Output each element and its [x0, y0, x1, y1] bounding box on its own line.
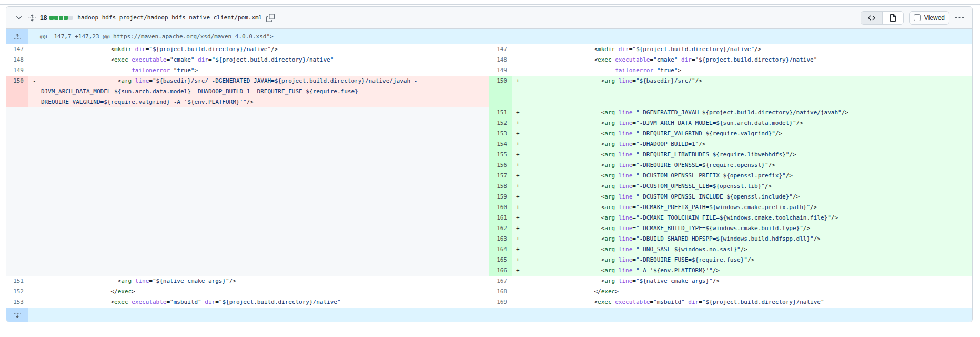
line-number[interactable]: 160 — [489, 202, 512, 213]
code-line: + <arg line="-DREQUIRE_LIBWEBHDFS=${requ… — [512, 150, 972, 160]
diff-cell-right-162: 162+ <arg line="-DCMAKE_BUILD_TYPE=${win… — [489, 223, 972, 234]
diff-cell-right-164: 164+ <arg line="-DNO_SASL=${windows.no.s… — [489, 244, 972, 255]
line-number[interactable]: 151 — [6, 276, 28, 286]
line-number[interactable]: 167 — [489, 276, 512, 286]
diff-cell-right-166: 166+ <arg line="-A '${env.PLATFORM}'"/> — [489, 265, 972, 276]
diff-marker: + — [516, 181, 520, 192]
line-number[interactable]: 166 — [489, 265, 512, 276]
line-number[interactable]: 169 — [489, 297, 512, 308]
diff-cell-right-168: 168 </exec> — [489, 286, 972, 297]
expand-down-row — [6, 308, 972, 322]
diff-cell-left-empty — [6, 181, 489, 192]
diff-cell-left-empty — [6, 139, 489, 150]
line-number[interactable]: 153 — [6, 297, 28, 308]
diff-cell-left-empty — [6, 265, 489, 276]
diff-row: 153+ <arg line="-DREQUIRE_VALGRIND=${req… — [6, 128, 972, 139]
line-number[interactable]: 158 — [489, 181, 512, 192]
code-line: + <arg line="-DHADOOP_BUILD=1"/> — [512, 139, 972, 150]
line-number[interactable]: 152 — [489, 118, 512, 128]
viewed-toggle-button[interactable]: Viewed — [909, 11, 949, 25]
file-options-button[interactable] — [955, 14, 964, 22]
diff-marker: + — [516, 265, 520, 276]
source-view-button[interactable] — [861, 12, 882, 24]
line-number[interactable]: 155 — [489, 150, 512, 160]
diff-cell-right-152: 152+ <arg line="-DJVM_ARCH_DATA_MODEL=${… — [489, 118, 972, 128]
code-line: + <arg line="-DJVM_ARCH_DATA_MODEL=${sun… — [512, 118, 972, 128]
viewed-checkbox[interactable] — [914, 14, 921, 21]
diff-row: 160+ <arg line="-DCMAKE_PREFIX_PATH=${wi… — [6, 202, 972, 213]
hunk-header-row: @@ -147,7 +147,23 @@ https://maven.apach… — [6, 29, 972, 44]
line-number[interactable]: 156 — [489, 160, 512, 171]
line-number[interactable]: 151 — [489, 107, 512, 118]
code-line: + <arg line="-DCUSTOM_OPENSSL_PREFIX=${o… — [512, 171, 972, 181]
line-number[interactable]: 162 — [489, 223, 512, 234]
code-line: <arg line="${native_cmake_args}"/> — [28, 276, 489, 286]
line-number[interactable]: 157 — [489, 171, 512, 181]
line-number[interactable]: 150 — [6, 76, 28, 107]
fold-up-icon — [14, 33, 21, 41]
diffstat-square-add — [59, 16, 63, 20]
collapse-file-button[interactable] — [15, 14, 23, 22]
diff-cell-right-169: 169 <exec executable="msbuild" dir="${pr… — [489, 297, 972, 308]
kebab-horizontal-icon — [955, 14, 964, 22]
diff-row: 164+ <arg line="-DNO_SASL=${windows.no.s… — [6, 244, 972, 255]
diff-cell-left-empty — [6, 171, 489, 181]
diff-cell-right-167: 167 <arg line="${native_cmake_args}"/> — [489, 276, 972, 286]
diff-row: 158+ <arg line="-DCUSTOM_OPENSSL_LIB=${o… — [6, 181, 972, 192]
line-number[interactable]: 161 — [489, 213, 512, 223]
line-number[interactable]: 150 — [489, 76, 512, 107]
line-number[interactable]: 165 — [489, 255, 512, 265]
line-number[interactable]: 149 — [489, 65, 512, 76]
diff-marker: + — [516, 150, 520, 160]
line-number[interactable]: 152 — [6, 286, 28, 297]
diff-cell-left-empty — [6, 128, 489, 139]
code-line: failonerror="true"> — [512, 65, 972, 76]
diff-marker: - — [33, 76, 36, 86]
diffstat-square-add — [49, 16, 54, 20]
diff-view-toggle — [861, 11, 904, 25]
diff-cell-left-empty — [6, 160, 489, 171]
diff-file-card: 18 hadoop-hdfs-project/hadoop-hdfs-nativ… — [6, 6, 973, 322]
line-number[interactable]: 154 — [489, 139, 512, 150]
expand-all-button[interactable] — [28, 14, 36, 22]
line-number[interactable]: 147 — [489, 44, 512, 55]
diff-cell-right-165: 165+ <arg line="-DREQUIRE_FUSE=${require… — [489, 255, 972, 265]
diff-cell-right-150: 150+ <arg line="${basedir}/src/"/> — [489, 76, 972, 107]
diff-row: 156+ <arg line="-DREQUIRE_OPENSSL=${requ… — [6, 160, 972, 171]
diff-cell-right-151: 151+ <arg line="-DGENERATED_JAVAH=${proj… — [489, 107, 972, 118]
copy-icon — [266, 14, 275, 22]
diff-row: 155+ <arg line="-DREQUIRE_LIBWEBHDFS=${r… — [6, 150, 972, 160]
diff-row: 152+ <arg line="-DJVM_ARCH_DATA_MODEL=${… — [6, 118, 972, 128]
diff-marker: + — [516, 202, 520, 213]
code-line: + <arg line="-DCUSTOM_OPENSSL_LIB=${open… — [512, 181, 972, 192]
expand-hunk-up-button[interactable] — [6, 29, 28, 44]
line-number[interactable]: 164 — [489, 244, 512, 255]
line-number[interactable]: 159 — [489, 192, 512, 202]
expand-hunk-down-button[interactable] — [6, 308, 28, 322]
line-number[interactable]: 149 — [6, 65, 28, 76]
file-path-link[interactable]: hadoop-hdfs-project/hadoop-hdfs-native-c… — [77, 14, 262, 21]
line-number[interactable]: 168 — [489, 286, 512, 297]
code-line: <exec executable="msbuild" dir="${projec… — [512, 297, 972, 308]
rendered-view-button[interactable] — [882, 12, 903, 24]
diff-row: 166+ <arg line="-A '${env.PLATFORM}'"/> — [6, 265, 972, 276]
diff-cell-left-empty — [6, 118, 489, 128]
diff-marker: + — [516, 223, 520, 234]
line-number[interactable]: 163 — [489, 234, 512, 244]
line-number[interactable]: 153 — [489, 128, 512, 139]
diff-cell-right-149: 149 failonerror="true"> — [489, 65, 972, 76]
diff-cell-right-155: 155+ <arg line="-DREQUIRE_LIBWEBHDFS=${r… — [489, 150, 972, 160]
line-number[interactable]: 148 — [489, 55, 512, 65]
line-number[interactable]: 147 — [6, 44, 28, 55]
diff-marker: + — [516, 160, 520, 171]
viewed-label: Viewed — [924, 14, 945, 22]
diff-cell-left-empty — [6, 255, 489, 265]
file-header: 18 hadoop-hdfs-project/hadoop-hdfs-nativ… — [6, 7, 972, 29]
diff-cell-left-149: 149 failonerror="true"> — [6, 65, 489, 76]
copy-path-button[interactable] — [266, 14, 275, 22]
code-line: + <arg line="-DREQUIRE_FUSE=${require.fu… — [512, 255, 972, 265]
code-line: + <arg line="-DREQUIRE_OPENSSL=${require… — [512, 160, 972, 171]
line-number[interactable]: 148 — [6, 55, 28, 65]
code-line: + <arg line="-DCMAKE_TOOLCHAIN_FILE=${wi… — [512, 213, 972, 223]
diff-cell-left-empty — [6, 223, 489, 234]
